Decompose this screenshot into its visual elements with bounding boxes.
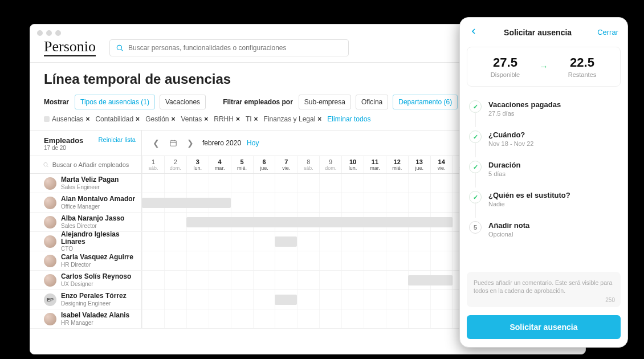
- step-item[interactable]: ✓¿Quién es el sustituto?Nadie: [469, 185, 618, 215]
- filter-tag: Finanzas y Legal×: [264, 115, 322, 123]
- step-subtitle: Nov 18 - Nov 22: [488, 140, 533, 147]
- submit-button[interactable]: Solicitar ausencia: [467, 315, 621, 339]
- employee-role: UX Designer: [61, 281, 131, 287]
- search-icon: [43, 161, 49, 168]
- vacations-chip[interactable]: Vacaciones: [160, 95, 206, 109]
- absence-bar[interactable]: [186, 217, 453, 227]
- remove-tag-icon[interactable]: ×: [317, 115, 321, 123]
- available-label: Disponible: [474, 71, 536, 78]
- svg-line-7: [47, 166, 48, 167]
- filter-tag: Contabilidad×: [95, 115, 140, 123]
- tag-label: RRHH: [214, 115, 234, 123]
- close-link[interactable]: Cerrar: [597, 28, 618, 36]
- remove-tag-icon[interactable]: ×: [236, 115, 240, 123]
- absence-bar[interactable]: [275, 295, 297, 305]
- check-icon: ✓: [469, 130, 482, 143]
- absence-bar[interactable]: [408, 275, 453, 285]
- step-item[interactable]: ✓Vacaciones pagadas27.5 días: [469, 95, 618, 125]
- absence-bar[interactable]: [142, 198, 231, 208]
- absence-bar[interactable]: [275, 236, 297, 247]
- panel-title: Solicitar ausencia: [504, 28, 572, 37]
- filter-by-label: Filtrar empleados por: [223, 98, 293, 106]
- employee-name: Carla Vasquez Aguirre: [61, 254, 133, 261]
- step-subtitle: 27.5 días: [488, 110, 561, 117]
- remove-tag-icon[interactable]: ×: [171, 115, 175, 123]
- calendar-icon[interactable]: [168, 138, 178, 148]
- employee-cell[interactable]: Carlos Solís ReynosoUX Designer: [30, 271, 142, 289]
- tag-label: Contabilidad: [95, 115, 133, 123]
- day-header: 8sáb.: [297, 156, 319, 173]
- employee-search[interactable]: [30, 156, 142, 173]
- step-title: Vacaciones pagadas: [488, 100, 561, 109]
- day-header: 1sáb.: [142, 156, 164, 173]
- arrow-right-icon: →: [536, 62, 551, 72]
- avatar: [44, 235, 56, 248]
- employee-cell[interactable]: Alan Montalvo AmadorOffice Manager: [30, 193, 142, 212]
- step-item[interactable]: 5Añadir notaOpcional: [469, 215, 618, 246]
- available-days: 27.5: [474, 55, 536, 70]
- absence-types-chip[interactable]: Tipos de ausencias (1): [75, 95, 155, 109]
- filter-chip[interactable]: Sub-empresa: [299, 95, 351, 109]
- day-header: 14vie.: [430, 156, 453, 173]
- month-label: febrero 2020: [202, 139, 241, 147]
- employee-name: Enzo Perales Tórrez: [61, 292, 127, 300]
- check-icon: ✓: [469, 191, 482, 203]
- remove-tag-icon[interactable]: ×: [136, 115, 140, 123]
- filter-chip[interactable]: Oficina: [356, 95, 388, 109]
- day-header: 7vie.: [275, 156, 297, 173]
- chevron-left-icon: [469, 27, 478, 36]
- employee-role: Office Manager: [61, 203, 135, 210]
- remaining-label: Restantes: [551, 71, 613, 78]
- employee-role: Sales Engineer: [61, 184, 119, 190]
- traffic-dot[interactable]: [46, 30, 52, 36]
- step-item[interactable]: ✓¿Cuándo?Nov 18 - Nov 22: [469, 125, 618, 155]
- check-icon: ✓: [469, 161, 482, 173]
- tag-label: Gestión: [145, 115, 169, 123]
- clear-all-tags[interactable]: Eliminar todos: [327, 115, 370, 123]
- balance-card: 27.5 Disponible → 22.5 Restantes: [467, 47, 621, 87]
- brand-logo[interactable]: Personio: [44, 39, 96, 56]
- next-month-button[interactable]: ❯: [184, 138, 197, 148]
- employee-cell[interactable]: Alejandro Iglesias LinaresCTO: [30, 232, 142, 251]
- reset-list-link[interactable]: Reiniciar lista: [99, 136, 136, 143]
- day-header: 13jue.: [408, 156, 430, 173]
- traffic-dot[interactable]: [37, 30, 43, 36]
- today-link[interactable]: Hoy: [247, 139, 259, 147]
- employee-cell[interactable]: Marta Veliz PaganSales Engineer: [30, 174, 142, 193]
- employee-cell[interactable]: EPEnzo Perales TórrezDesigning Engineer: [30, 290, 142, 309]
- svg-rect-2: [170, 141, 177, 146]
- prev-month-button[interactable]: ❮: [150, 138, 162, 148]
- tag-swatch: [44, 116, 50, 122]
- note-textarea[interactable]: Puedes añadir un comentario. Este será v…: [467, 272, 621, 307]
- filter-chip[interactable]: Departamento (6): [393, 95, 458, 109]
- step-item[interactable]: ✓Duración5 días: [469, 155, 618, 185]
- request-absence-panel: Solicitar ausencia Cerrar 27.5 Disponibl…: [459, 17, 628, 348]
- employee-search-input[interactable]: [52, 161, 136, 168]
- employee-cell[interactable]: Isabel Valadez AlanisHR Manager: [30, 309, 142, 328]
- panel-header: Solicitar ausencia Cerrar: [460, 18, 627, 44]
- employee-name: Carlos Solís Reynoso: [61, 273, 131, 280]
- back-button[interactable]: [469, 27, 478, 38]
- employee-name: Marta Veliz Pagan: [61, 176, 119, 183]
- remove-tag-icon[interactable]: ×: [85, 115, 89, 123]
- employees-count: 17 de 20: [44, 145, 83, 151]
- svg-point-6: [44, 162, 47, 166]
- day-header: 9dom.: [319, 156, 341, 173]
- step-title: ¿Cuándo?: [488, 130, 533, 139]
- show-label: Mostrar: [44, 98, 69, 106]
- step-title: Añadir nota: [488, 221, 529, 230]
- global-search[interactable]: [109, 39, 349, 56]
- employee-cell[interactable]: Carla Vasquez AguirreHR Director: [30, 251, 142, 270]
- step-subtitle: Nadie: [488, 201, 570, 207]
- tag-label: Finanzas y Legal: [264, 115, 316, 123]
- employees-title: Empleados: [44, 136, 83, 145]
- employee-role: HR Director: [61, 262, 133, 268]
- search-input[interactable]: [128, 44, 343, 52]
- avatar: EP: [44, 293, 56, 306]
- note-placeholder: Puedes añadir un comentario. Este será v…: [474, 279, 612, 294]
- traffic-dot[interactable]: [55, 30, 61, 36]
- remove-tag-icon[interactable]: ×: [204, 115, 208, 123]
- employee-role: HR Manager: [61, 320, 129, 326]
- remove-tag-icon[interactable]: ×: [254, 115, 258, 123]
- employee-cell[interactable]: Alba Naranjo JassoSales Director: [30, 213, 142, 231]
